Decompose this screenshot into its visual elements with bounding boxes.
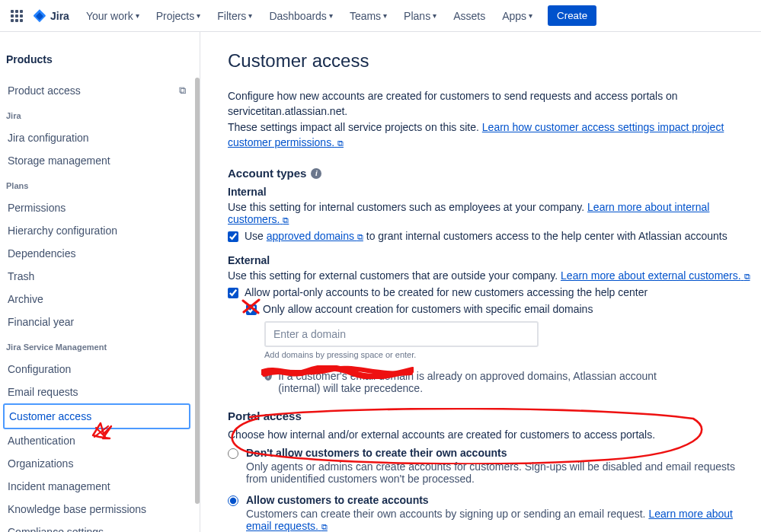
jira-logo-text: Jira (50, 10, 69, 22)
sidebar-item-authentication[interactable]: Authentication (3, 429, 190, 452)
external-link-icon: ⧉ (283, 215, 289, 225)
sidebar-item-jira-configuration[interactable]: Jira configuration (3, 126, 190, 149)
sidebar-item-financial-year[interactable]: Financial year (3, 311, 190, 333)
link-approved-domains[interactable]: approved domains ⧉ (267, 230, 363, 242)
sidebar-title: Products (3, 49, 190, 79)
chevron-down-icon: ▾ (383, 11, 387, 20)
sidebar-group-jira: Jira (3, 102, 190, 126)
nav-apps[interactable]: Apps▾ (496, 4, 539, 28)
checkbox-specific-domains-input[interactable] (246, 304, 257, 315)
checkbox-specific-domains[interactable]: Only allow account creation for customer… (246, 303, 761, 315)
top-nav: Jira Your work▾ Projects▾ Filters▾ Dashb… (0, 0, 761, 32)
info-icon: i (264, 370, 272, 381)
section-portal-access: Portal access (228, 409, 761, 422)
sidebar-item-storage-management[interactable]: Storage management (3, 149, 190, 172)
sidebar-item-email-requests[interactable]: Email requests (3, 381, 190, 403)
sidebar-item-incident-management[interactable]: Incident management (3, 475, 190, 498)
sidebar-item-organizations[interactable]: Organizations (3, 452, 190, 475)
content: Customer access Configure how new accoun… (200, 32, 761, 532)
domain-input-helper: Add domains by pressing space or enter. (264, 350, 761, 359)
chevron-down-icon: ▾ (136, 11, 139, 20)
nav-filters[interactable]: Filters▾ (211, 4, 258, 28)
sidebar-item-trash[interactable]: Trash (3, 265, 190, 288)
app-switcher-icon[interactable] (9, 8, 24, 24)
sidebar-item-permissions[interactable]: Permissions (3, 196, 190, 219)
sidebar-item-configuration[interactable]: Configuration (3, 358, 190, 381)
checkbox-allow-portal-only-input[interactable] (228, 288, 238, 298)
jira-logo[interactable]: Jira (29, 8, 75, 24)
external-link-icon: ⧉ (744, 272, 750, 281)
link-external-customers[interactable]: Learn more about external customers. ⧉ (561, 269, 750, 282)
page-title: Customer access (228, 50, 761, 72)
sidebar-item-compliance-settings[interactable]: Compliance settings (3, 521, 190, 532)
sidebar-group-jsm: Jira Service Management (3, 333, 190, 358)
chevron-down-icon: ▾ (529, 11, 532, 20)
section-account-types: Account types i (228, 167, 761, 180)
sidebar-item-hierarchy-configuration[interactable]: Hierarchy configuration (3, 219, 190, 242)
checkbox-approved-domains[interactable]: Use approved domains ⧉ to grant internal… (228, 230, 761, 242)
external-link-icon: ⧉ (357, 232, 363, 241)
sidebar-item-customer-access[interactable]: Customer access (3, 403, 190, 429)
create-button[interactable]: Create (548, 5, 596, 26)
portal-access-description: Choose how internal and/or external acco… (228, 428, 761, 441)
external-description: Use this setting for external customers … (228, 269, 761, 282)
sidebar-group-plans: Plans (3, 172, 190, 196)
page-description: Configure how new accounts are created f… (228, 88, 731, 150)
external-link-icon: ⧉ (337, 139, 344, 148)
domain-input[interactable] (264, 321, 539, 347)
radio-dont-allow-input[interactable] (228, 448, 238, 459)
sidebar-item-dependencies[interactable]: Dependencies (3, 242, 190, 265)
checkbox-approved-domains-input[interactable] (228, 231, 238, 242)
chevron-down-icon: ▾ (433, 11, 436, 20)
radio-allow-input[interactable] (228, 495, 238, 506)
chevron-down-icon: ▾ (248, 11, 252, 20)
checkbox-allow-portal-only[interactable]: Allow portal-only accounts to be created… (228, 286, 761, 298)
nav-plans[interactable]: Plans▾ (398, 4, 443, 28)
sidebar-item-product-access[interactable]: Product access ⧉ (3, 79, 190, 102)
external-link-icon: ⧉ (179, 84, 186, 97)
subhead-internal: Internal (228, 186, 761, 198)
jira-logo-icon (32, 8, 47, 24)
nav-assets[interactable]: Assets (447, 4, 491, 28)
subhead-external: External (228, 254, 761, 266)
note-precedence: i If a customer's email domain is alread… (264, 370, 660, 394)
nav-teams[interactable]: Teams▾ (344, 4, 393, 28)
radio-allow[interactable]: Allow customers to create accounts Custo… (228, 494, 761, 532)
nav-projects[interactable]: Projects▾ (150, 4, 207, 28)
internal-description: Use this setting for internal customers … (228, 201, 761, 225)
radio-dont-allow[interactable]: Don't allow customers to create their ow… (228, 447, 761, 485)
sidebar-item-knowledge-base-permissions[interactable]: Knowledge base permissions (3, 498, 190, 521)
info-icon[interactable]: i (311, 168, 321, 179)
chevron-down-icon: ▾ (329, 11, 333, 20)
sidebar: Products Product access ⧉ Jira Jira conf… (0, 32, 200, 532)
external-link-icon: ⧉ (321, 522, 328, 531)
chevron-down-icon: ▾ (197, 11, 200, 20)
nav-your-work[interactable]: Your work▾ (80, 4, 145, 28)
sidebar-item-archive[interactable]: Archive (3, 288, 190, 311)
nav-dashboards[interactable]: Dashboards▾ (263, 4, 339, 28)
